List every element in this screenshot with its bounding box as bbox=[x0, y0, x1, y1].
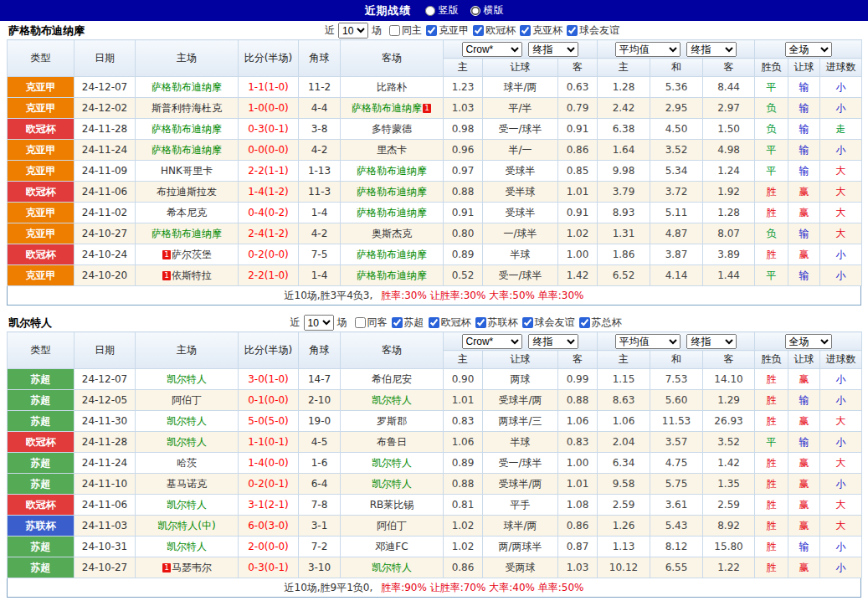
average-select[interactable]: 平均值 bbox=[615, 42, 681, 57]
team-section-celtic: 凯尔特人 近 10 场 同客苏超欧冠杯苏联杯球会友谊苏总杯 类型 日期 主场 比… bbox=[7, 313, 861, 598]
home-team[interactable]: 萨格勒布迪纳摩 bbox=[136, 77, 239, 98]
filter-checkbox-4[interactable]: 球会友谊 bbox=[567, 23, 619, 38]
handicap-home-odds: 0.90 bbox=[444, 369, 483, 390]
filter-checkbox-input-3[interactable] bbox=[475, 317, 486, 328]
home-team[interactable]: 凯尔特人 bbox=[136, 411, 239, 432]
filter-checkbox-input-1[interactable] bbox=[426, 25, 437, 36]
avg-draw-odds: 6.55 bbox=[650, 557, 703, 578]
recent-count-select[interactable]: 10 bbox=[304, 315, 334, 331]
match-score: 0-1(0-0) bbox=[239, 390, 299, 411]
recent-results-table: 类型 日期 主场 比分(半场) 角球 客场 Crow* 终指 平均值 终指 全场 bbox=[7, 331, 862, 578]
away-team[interactable]: 比路朴 bbox=[341, 77, 444, 98]
away-team[interactable]: 凯尔特人 bbox=[341, 557, 444, 578]
filter-checkbox-input-5[interactable] bbox=[579, 317, 590, 328]
league-type-badge: 欧冠杯 bbox=[8, 119, 74, 140]
filter-checkbox-1[interactable]: 苏超 bbox=[392, 316, 424, 330]
home-team[interactable]: 布拉迪斯拉发 bbox=[136, 182, 239, 203]
topbar: 近期战绩 竖版 横版 bbox=[0, 0, 868, 21]
away-team[interactable]: 布鲁日 bbox=[341, 432, 444, 453]
away-team[interactable]: 凯尔特人 bbox=[341, 390, 444, 411]
away-team[interactable]: 萨格勒布迪纳摩1 bbox=[341, 98, 444, 119]
home-team[interactable]: 1依斯特拉 bbox=[136, 265, 239, 286]
bookmaker-select[interactable]: Crow* bbox=[462, 334, 522, 349]
filter-checkbox-2[interactable]: 欧冠杯 bbox=[429, 316, 471, 330]
bookmaker-select[interactable]: Crow* bbox=[462, 42, 522, 57]
filter-checkbox-0[interactable]: 同主 bbox=[389, 23, 422, 38]
home-team[interactable]: 阿伯丁 bbox=[136, 390, 239, 411]
home-team[interactable]: 基马诺克 bbox=[136, 474, 239, 495]
filter-checkbox-input-1[interactable] bbox=[392, 317, 403, 328]
away-team[interactable]: 萨格勒布迪纳摩 bbox=[341, 161, 444, 182]
home-team[interactable]: 萨格勒布迪纳摩 bbox=[136, 119, 239, 140]
home-team[interactable]: 希本尼克 bbox=[136, 203, 239, 223]
filter-checkbox-input-0[interactable] bbox=[355, 317, 366, 328]
filter-checkbox-4[interactable]: 球会友谊 bbox=[522, 316, 575, 330]
filter-checkbox-input-4[interactable] bbox=[567, 25, 578, 36]
home-team-name: HNK哥里卡 bbox=[161, 165, 213, 177]
average-select[interactable]: 平均值 bbox=[615, 334, 681, 349]
avg-away-odds: 1.44 bbox=[703, 265, 755, 286]
handicap-away-odds: 0.91 bbox=[558, 119, 598, 140]
away-team[interactable]: 萨格勒布迪纳摩 bbox=[341, 182, 444, 203]
full-match-select[interactable]: 全场 bbox=[785, 42, 832, 57]
final-odds-select[interactable]: 终指 bbox=[528, 42, 578, 57]
handicap-away-odds: 1.02 bbox=[558, 223, 598, 244]
away-team-name: 萨格勒布迪纳摩 bbox=[357, 249, 427, 260]
handicap-result: 输 bbox=[788, 98, 820, 119]
home-team[interactable]: 斯普利特海杜克 bbox=[136, 98, 239, 119]
filter-checkbox-label: 欧冠杯 bbox=[485, 23, 516, 38]
home-team[interactable]: 凯尔特人 bbox=[136, 369, 239, 390]
away-team[interactable]: 里杰卡 bbox=[341, 140, 444, 161]
away-team[interactable]: 萨格勒布迪纳摩 bbox=[341, 265, 444, 286]
away-team[interactable]: 奥斯杰克 bbox=[341, 223, 444, 244]
avg-home-odds: 10.12 bbox=[598, 557, 650, 578]
recent-count-select[interactable]: 10 bbox=[338, 23, 368, 39]
match-score: 3-1(2-1) bbox=[239, 495, 299, 516]
home-team[interactable]: 1萨尔茨堡 bbox=[136, 244, 239, 265]
handicap-result: 赢 bbox=[788, 516, 820, 537]
layout-radio-vertical[interactable]: 竖版 bbox=[425, 3, 459, 18]
away-team[interactable]: 凯尔特人 bbox=[341, 453, 444, 474]
handicap-away-odds: 0.86 bbox=[558, 516, 598, 537]
filter-checkbox-input-4[interactable] bbox=[522, 317, 533, 328]
home-team-name: 斯普利特海杜克 bbox=[152, 102, 222, 114]
filter-checkbox-input-0[interactable] bbox=[389, 25, 400, 36]
vertical-radio-input[interactable] bbox=[425, 6, 435, 16]
away-team[interactable]: 罗斯郡 bbox=[341, 411, 444, 432]
layout-radio-horizontal[interactable]: 横版 bbox=[470, 3, 504, 18]
final-odds-select[interactable]: 终指 bbox=[686, 334, 737, 349]
away-team[interactable]: 阿伯丁 bbox=[341, 516, 444, 537]
away-team[interactable]: RB莱比锡 bbox=[341, 495, 444, 516]
filter-checkbox-0[interactable]: 同客 bbox=[355, 316, 388, 330]
filter-checkbox-3[interactable]: 苏联杯 bbox=[475, 316, 518, 330]
filter-checkbox-input-2[interactable] bbox=[473, 25, 484, 36]
away-team[interactable]: 凯尔特人 bbox=[341, 474, 444, 495]
filter-checkbox-5[interactable]: 苏总杯 bbox=[579, 316, 622, 330]
home-team[interactable]: 1马瑟韦尔 bbox=[136, 557, 239, 578]
home-team[interactable]: 哈茨 bbox=[136, 453, 239, 474]
filter-checkbox-input-3[interactable] bbox=[520, 25, 531, 36]
home-team[interactable]: 凯尔特人(中) bbox=[136, 516, 239, 537]
match-row: 克亚甲 24-12-02 斯普利特海杜克 1-0(0-0) 4-4 萨格勒布迪纳… bbox=[8, 98, 862, 119]
home-team[interactable]: 萨格勒布迪纳摩 bbox=[136, 223, 239, 244]
away-team[interactable]: 邓迪FC bbox=[341, 537, 444, 557]
filter-checkbox-1[interactable]: 克亚甲 bbox=[426, 23, 469, 38]
filter-checkbox-2[interactable]: 欧冠杯 bbox=[473, 23, 516, 38]
home-team[interactable]: 萨格勒布迪纳摩 bbox=[136, 140, 239, 161]
home-team[interactable]: HNK哥里卡 bbox=[136, 161, 239, 182]
away-team[interactable]: 萨格勒布迪纳摩 bbox=[341, 244, 444, 265]
home-team[interactable]: 凯尔特人 bbox=[136, 495, 239, 516]
away-team[interactable]: 多特蒙德 bbox=[341, 119, 444, 140]
away-team[interactable]: 希伯尼安 bbox=[341, 369, 444, 390]
horizontal-radio-input[interactable] bbox=[470, 6, 480, 16]
final-odds-select[interactable]: 终指 bbox=[528, 334, 578, 349]
filter-checkbox-input-2[interactable] bbox=[429, 317, 439, 328]
avg-home-odds: 9.98 bbox=[598, 161, 650, 182]
away-team[interactable]: 萨格勒布迪纳摩 bbox=[341, 203, 444, 223]
full-match-select[interactable]: 全场 bbox=[785, 334, 832, 349]
filter-checkbox-3[interactable]: 克亚杯 bbox=[520, 23, 562, 38]
home-team[interactable]: 凯尔特人 bbox=[136, 537, 239, 557]
home-team[interactable]: 凯尔特人 bbox=[136, 432, 239, 453]
match-date: 24-11-06 bbox=[74, 182, 136, 203]
final-odds-select[interactable]: 终指 bbox=[686, 42, 737, 57]
